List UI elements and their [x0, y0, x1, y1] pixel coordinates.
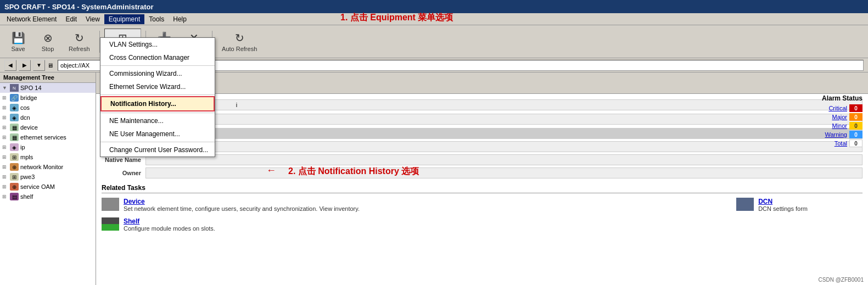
dcn-task-name[interactable]: DCN [758, 198, 808, 205]
tree-item-dcn[interactable]: ⊞ ◈ dcn [0, 113, 96, 122]
dropdown-button[interactable]: ▼ [33, 60, 45, 71]
device-task-info: Device Set network element time, configu… [124, 198, 360, 212]
stop-button[interactable]: ⊗ Stop [34, 29, 61, 55]
bridge-label: bridge [20, 94, 37, 101]
menu-ne-maintenance[interactable]: NE Maintenance... [100, 114, 215, 127]
tree-item-bridge[interactable]: ⊞ 🔗 bridge [0, 93, 96, 103]
pwe3-icon: ⊞ [10, 173, 19, 181]
tasks-right: DCN DCN settings form [466, 198, 808, 237]
title-text: SPO CRAFT - SPO14 - SystemAdministrator [4, 3, 154, 11]
alarm-label-critical[interactable]: Critical [828, 105, 847, 111]
menu-ethernet-wizard[interactable]: Ethernet Service Wizard... [100, 80, 215, 93]
value-location [145, 141, 863, 152]
device-task-icon [102, 198, 119, 211]
shelf-icon: ▤ [10, 193, 19, 200]
alarm-row-total: Total 0 [822, 139, 863, 147]
label-owner: Owner [102, 170, 145, 176]
stop-icon: ⊗ [43, 31, 53, 44]
ne-info: Id N SPO 14 i Management IP 192.168 . [102, 99, 863, 178]
tree-item-spo14[interactable]: ▼ N SPO 14 [0, 83, 96, 93]
cos-label: cos [20, 104, 30, 111]
alarm-badge-total: 0 [849, 139, 863, 147]
tree-item-network-monitor[interactable]: ⊞ ⊕ network Monitor [0, 162, 96, 172]
menu-change-password[interactable]: Change Current User Password... [100, 143, 215, 157]
value-id: N SPO 14 i [145, 99, 863, 110]
menu-ne-user-management[interactable]: NE User Management... [100, 127, 215, 141]
alarm-label-total[interactable]: Total [835, 140, 847, 147]
equipment-dropdown[interactable]: VLAN Settings... Cross Connection Manage… [100, 37, 215, 157]
menu-network-element[interactable]: Network Element [2, 14, 61, 24]
spo14-icon: N [10, 84, 19, 92]
address-prefix: 🖥 [47, 62, 53, 69]
service-label: service OAM [20, 183, 55, 190]
menu-notification-history[interactable]: Notification History... [100, 96, 215, 111]
tree-item-ethernet[interactable]: ⊞ ▦ ethernet services [0, 132, 96, 142]
save-button[interactable]: 💾 Save [4, 29, 32, 55]
footer: CSDN @ZFB0001 [819, 277, 864, 283]
dcn-task-icon [736, 198, 754, 211]
tree-item-device[interactable]: ⊞ ▦ device [0, 122, 96, 132]
alarm-row-warning: Warning 0 [822, 131, 863, 138]
menu-help[interactable]: Help [169, 14, 191, 24]
netmon-icon: ⊕ [10, 163, 19, 171]
device-task-desc: Set network element time, configure user… [124, 205, 360, 212]
tree-item-cos[interactable]: ⊞ ◈ cos [0, 103, 96, 113]
shelf-task-desc: Configure module modes on slots. [124, 225, 215, 232]
tree-header: Management Tree [0, 72, 96, 83]
task-device[interactable]: Device Set network element time, configu… [102, 198, 444, 212]
expand-cos: ⊞ [2, 105, 10, 110]
tree-item-service-oam[interactable]: ⊞ ⊕ service OAM [0, 182, 96, 192]
autorefresh-label: Auto Refresh [222, 46, 257, 52]
shelf-task-name[interactable]: Shelf [124, 217, 215, 225]
expand-netmon: ⊞ [2, 164, 10, 170]
menu-sep-4 [100, 142, 215, 142]
refresh-label: Refresh [69, 46, 90, 52]
alarm-label-major[interactable]: Major [832, 114, 847, 120]
menu-cross-connection[interactable]: Cross Connection Manager [100, 51, 215, 64]
expand-mpls: ⊞ [2, 154, 10, 160]
related-tasks: Related Tasks Device Set network element… [102, 184, 863, 237]
menu-tools[interactable]: Tools [144, 14, 169, 24]
alarm-label-warning[interactable]: Warning [825, 131, 847, 138]
menu-bar: Network Element Edit View Equipment Tool… [0, 13, 868, 25]
menu-sep-2 [100, 94, 215, 95]
shelf-task-icon [102, 217, 119, 231]
tree-panel: Management Tree ▼ N SPO 14 ⊞ 🔗 bridge ⊞ … [0, 72, 96, 285]
dcn-task-info: DCN DCN settings form [758, 198, 808, 212]
tree-item-shelf[interactable]: ⊞ ▤ shelf [0, 192, 96, 202]
dcn-icon: ◈ [10, 114, 19, 121]
device-task-name[interactable]: Device [124, 198, 360, 205]
refresh-button[interactable]: ↻ Refresh [64, 29, 95, 55]
tasks-left: Device Set network element time, configu… [102, 198, 444, 237]
shelf-task-info: Shelf Configure module modes on slots. [124, 217, 215, 232]
alarm-label-minor[interactable]: Minor [832, 122, 847, 129]
menu-equipment[interactable]: Equipment [104, 14, 144, 24]
expand-bridge: ⊞ [2, 95, 10, 100]
menu-commissioning-wizard[interactable]: Commissioning Wizard... [100, 67, 215, 80]
menu-vlan-settings[interactable]: VLAN Settings... [100, 38, 215, 51]
device-label: device [20, 124, 38, 131]
pwe3-label: pwe3 [20, 174, 35, 180]
cos-icon: ◈ [10, 104, 19, 111]
service-icon: ⊕ [10, 183, 19, 191]
info-row-ip: Management IP 192.168 . [102, 113, 863, 126]
alarm-badge-major: 0 [849, 113, 863, 121]
forward-button[interactable]: ▶ [19, 60, 31, 71]
expand-dcn: ⊞ [2, 115, 10, 120]
tree-item-mpls[interactable]: ⊞ ⊞ mpls [0, 152, 96, 162]
tasks-container: Device Set network element time, configu… [102, 198, 863, 237]
back-button[interactable]: ◀ [4, 60, 16, 71]
value-nativename [145, 154, 863, 165]
info-row-nativename: Native Name [102, 154, 863, 165]
annotation-1: 1. 点击 Equipment 菜单选项 [340, 12, 453, 24]
menu-sep-1 [100, 65, 215, 66]
menu-edit[interactable]: Edit [61, 14, 81, 24]
autorefresh-button[interactable]: ↻ Auto Refresh [217, 29, 262, 55]
task-dcn[interactable]: DCN DCN settings form [736, 198, 808, 232]
info-row-owner: Owner [102, 167, 863, 178]
tree-item-ip[interactable]: ⊞ ◈ ip [0, 142, 96, 152]
menu-view[interactable]: View [81, 14, 104, 24]
tree-item-pwe3[interactable]: ⊞ ⊞ pwe3 [0, 172, 96, 182]
ip-icon: ◈ [10, 143, 19, 151]
task-shelf[interactable]: Shelf Configure module modes on slots. [102, 217, 444, 232]
